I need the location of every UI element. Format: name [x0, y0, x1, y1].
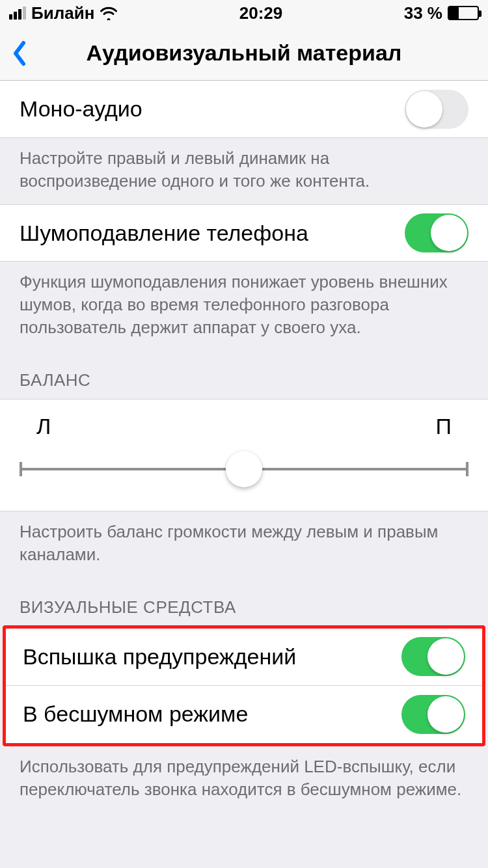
noise-cancel-label: Шумоподавление телефона [20, 221, 405, 246]
balance-footer: Настроить баланс громкости между левым и… [0, 511, 488, 578]
status-bar: Билайн 20:29 33 % [0, 0, 488, 26]
carrier-label: Билайн [31, 3, 94, 23]
battery-icon [448, 6, 479, 20]
signal-icon [9, 7, 26, 20]
page-title: Аудиовизуальный материал [0, 40, 488, 66]
visual-header: ВИЗУАЛЬНЫЕ СРЕДСТВА [0, 578, 488, 625]
flash-alerts-label: Вспышка предупреждений [23, 644, 401, 670]
balance-header: БАЛАНС [0, 351, 488, 398]
visual-footer: Использовать для предупреждений LED-вспы… [0, 746, 488, 813]
back-button[interactable] [0, 40, 35, 66]
balance-slider-thumb[interactable] [226, 451, 262, 487]
mono-audio-label: Моно-аудио [20, 96, 405, 122]
flash-alerts-switch[interactable] [401, 637, 465, 676]
nav-bar: Аудиовизуальный материал [0, 26, 488, 81]
mono-audio-footer: Настройте правый и левый динамик на восп… [0, 138, 488, 204]
highlighted-group: Вспышка предупреждений В бесшумном режим… [3, 625, 485, 746]
noise-cancel-switch[interactable] [405, 213, 468, 252]
status-right: 33 % [404, 3, 479, 23]
balance-right-label: П [436, 414, 452, 439]
balance-row: Л П [0, 399, 488, 511]
noise-cancel-footer: Функция шумоподавления понижает уровень … [0, 262, 488, 351]
wifi-icon [100, 6, 118, 20]
mono-audio-row: Моно-аудио [0, 81, 488, 138]
balance-left-label: Л [36, 414, 51, 439]
status-left: Билайн [9, 3, 118, 23]
flash-silent-label: В бесшумном режиме [23, 701, 401, 727]
status-time: 20:29 [239, 3, 283, 23]
mono-audio-switch[interactable] [405, 90, 468, 129]
flash-silent-row: В бесшумном режиме [6, 686, 482, 743]
battery-percent-label: 33 % [404, 3, 442, 23]
flash-silent-switch[interactable] [401, 695, 465, 734]
balance-slider[interactable] [20, 451, 468, 487]
flash-alerts-row: Вспышка предупреждений [6, 629, 482, 686]
chevron-left-icon [12, 40, 27, 66]
balance-labels: Л П [20, 414, 468, 451]
noise-cancel-row: Шумоподавление телефона [0, 204, 488, 262]
